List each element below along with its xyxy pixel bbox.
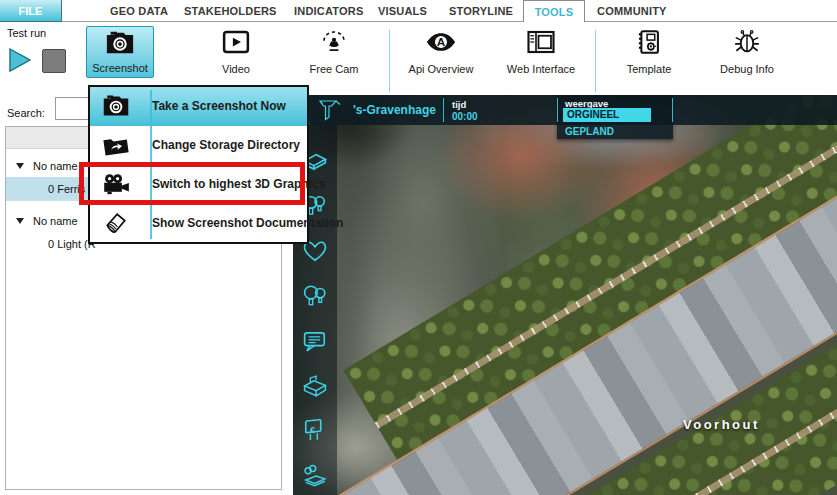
stop-button[interactable] <box>42 49 66 73</box>
video-button-label: Video <box>222 63 250 75</box>
template-button-label: Template <box>627 63 672 75</box>
free-cam-icon <box>319 29 349 55</box>
tygron-logo-icon <box>317 98 343 126</box>
map-viewport[interactable]: Voorhout 's-Gravenhage tijd 00:00 weerga… <box>293 95 837 495</box>
menu-item-label: Change Storage Directory <box>142 138 300 152</box>
free-cam-button-label: Free Cam <box>310 63 359 75</box>
svg-text:€: € <box>310 425 315 435</box>
camera-icon <box>105 30 135 56</box>
tab-storyline[interactable]: STORYLINE <box>449 0 513 21</box>
svg-text:A: A <box>437 35 446 48</box>
view-option-gepland[interactable]: GEPLAND <box>565 126 614 137</box>
menu-item-label: Switch to highest 3D Graphics <box>142 177 325 191</box>
tree-group-label: No name <box>33 215 78 227</box>
debug-info-button-label: Debug Info <box>720 63 774 75</box>
header-divider <box>557 98 558 122</box>
tab-tools[interactable]: TOOLS <box>523 0 585 22</box>
menu-item-take-screenshot[interactable]: Take a Screenshot Now <box>90 87 307 126</box>
template-button[interactable]: Template <box>615 26 683 78</box>
tab-stakeholders[interactable]: STAKEHOLDERS <box>184 0 277 21</box>
menu-item-label: Show Screenshot Documentation <box>142 216 343 230</box>
map-place-label: Voorhout <box>683 417 760 432</box>
web-interface-button[interactable]: Web Interface <box>502 26 580 78</box>
notebook-gear-icon <box>635 29 663 55</box>
collapse-arrow-icon[interactable] <box>16 218 24 224</box>
money-icon[interactable] <box>300 461 330 491</box>
movie-camera-icon <box>90 172 142 196</box>
screenshot-button-label: Screenshot <box>92 62 148 74</box>
header-divider <box>672 98 673 122</box>
tabbar-divider <box>0 21 837 22</box>
ribbon-divider <box>389 30 390 92</box>
video-button[interactable]: Video <box>205 26 267 78</box>
menu-item-label: Take a Screenshot Now <box>142 99 286 113</box>
trees-icon[interactable] <box>300 281 330 311</box>
tab-file[interactable]: FILE <box>0 0 62 22</box>
tab-visuals[interactable]: VISUALS <box>378 0 427 21</box>
screenshot-dropdown-menu: Take a Screenshot Now Change Storage Dir… <box>88 85 309 244</box>
map-location-label: 's-Gravenhage <box>353 95 436 125</box>
camera-icon <box>90 94 142 118</box>
time-label: tijd <box>452 99 466 110</box>
browser-window-icon <box>526 29 556 55</box>
menu-item-change-storage[interactable]: Change Storage Directory <box>90 126 307 165</box>
eye-a-icon: A <box>425 29 457 55</box>
screenshot-button[interactable]: Screenshot <box>86 26 154 78</box>
time-value: 00:00 <box>452 111 478 122</box>
chat-icon[interactable] <box>300 326 330 356</box>
tab-indicators[interactable]: INDICATORS <box>294 0 363 21</box>
tab-community[interactable]: COMMUNITY <box>597 0 667 21</box>
search-label: Search: <box>7 107 45 119</box>
video-play-icon <box>221 29 251 55</box>
menu-item-show-documentation[interactable]: Show Screenshot Documentation <box>90 203 307 242</box>
debug-info-button[interactable]: Debug Info <box>712 26 782 78</box>
main-menu-bar: FILE GEO DATA STAKEHOLDERS INDICATORS VI… <box>0 0 837 22</box>
collapse-arrow-icon[interactable] <box>16 163 24 169</box>
folder-arrow-icon <box>90 133 142 157</box>
menu-item-switch-3d-graphics[interactable]: Switch to highest 3D Graphics <box>90 165 307 204</box>
tab-geo-data[interactable]: GEO DATA <box>110 0 168 21</box>
view-option-orgineel[interactable]: ORGINEEL <box>563 108 651 122</box>
play-button[interactable] <box>6 46 34 74</box>
api-overview-button-label: Api Overview <box>409 63 474 75</box>
euro-sign-icon[interactable]: € <box>300 416 330 446</box>
machine-icon[interactable] <box>300 371 330 401</box>
tree-group-label: No name <box>33 160 78 172</box>
book-icon <box>90 210 142 236</box>
api-overview-button[interactable]: A Api Overview <box>404 26 478 78</box>
ribbon-divider <box>595 30 596 92</box>
header-divider <box>443 98 444 122</box>
menu-divider <box>150 90 152 239</box>
test-run-label: Test run <box>7 27 46 39</box>
free-cam-button[interactable]: Free Cam <box>300 26 368 78</box>
bug-icon <box>732 29 762 55</box>
play-icon <box>6 46 34 74</box>
web-interface-button-label: Web Interface <box>507 63 575 75</box>
